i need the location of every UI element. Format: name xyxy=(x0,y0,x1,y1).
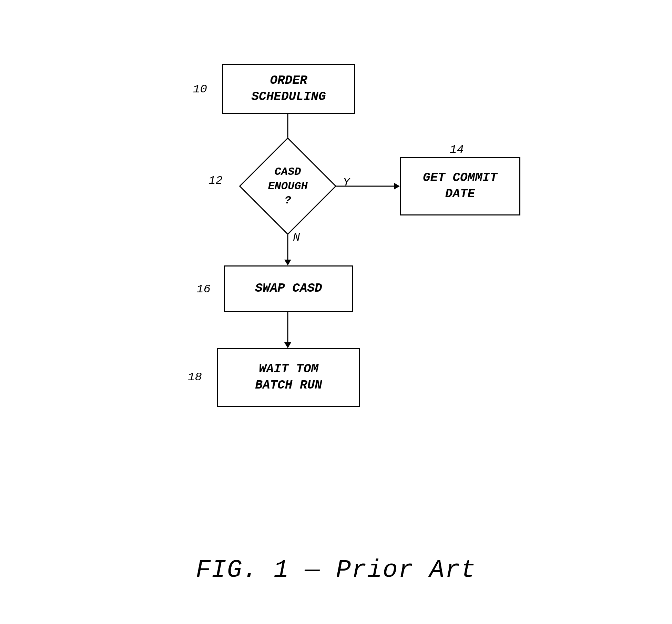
get-commit-date-label: GET COMMITDATE xyxy=(423,170,497,202)
svg-marker-7 xyxy=(394,183,400,190)
svg-marker-3 xyxy=(284,260,291,265)
node-14-label: 14 xyxy=(450,143,464,156)
get-commit-date-box: GET COMMITDATE xyxy=(400,157,520,215)
casd-enough-diamond-wrapper: CASDENOUGH? xyxy=(240,145,336,228)
node-18-label: 18 xyxy=(188,371,202,384)
swap-casd-box: SWAP CASD xyxy=(224,265,353,312)
no-arrow-label: N xyxy=(293,231,300,244)
svg-marker-5 xyxy=(284,342,291,348)
figure-caption: FIG. 1 — Prior Art xyxy=(196,556,476,584)
flowchart-diagram: ORDERSCHEDULING 10 CASDENOUGH? 12 Y N GE… xyxy=(95,36,577,588)
arrows-svg xyxy=(95,36,577,588)
node-10-label: 10 xyxy=(193,83,207,96)
casd-enough-label: CASDENOUGH? xyxy=(257,165,319,208)
order-scheduling-box: ORDERSCHEDULING xyxy=(222,64,355,114)
yes-arrow-label: Y xyxy=(343,176,350,189)
order-scheduling-label: ORDERSCHEDULING xyxy=(251,73,326,105)
wait-tom-batch-run-label: WAIT TOMBATCH RUN xyxy=(255,361,322,394)
swap-casd-label: SWAP CASD xyxy=(255,281,322,297)
node-12-label: 12 xyxy=(208,174,223,187)
wait-tom-batch-run-box: WAIT TOMBATCH RUN xyxy=(217,348,360,407)
node-16-label: 16 xyxy=(196,283,211,296)
